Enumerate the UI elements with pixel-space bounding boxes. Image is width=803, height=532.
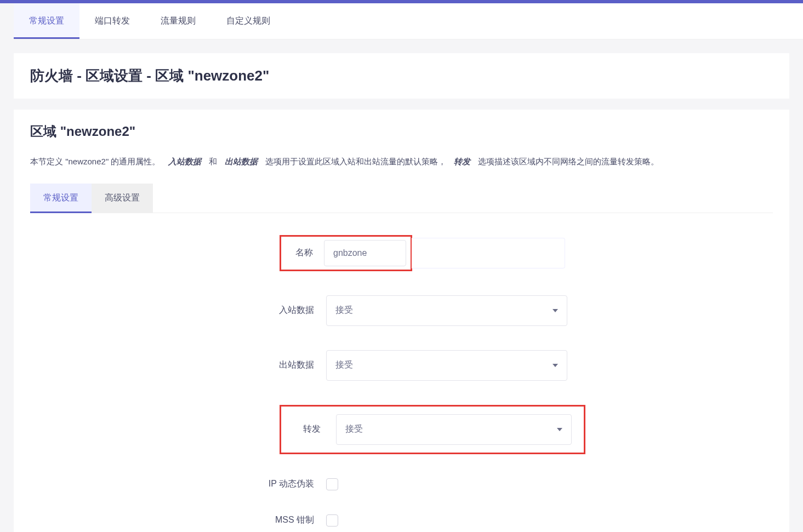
tab-traffic-rules[interactable]: 流量规则: [145, 3, 211, 39]
zone-title: 区域 "newzone2": [30, 123, 773, 140]
desc-emph-forward: 转发: [454, 157, 470, 166]
name-input[interactable]: [333, 248, 397, 258]
desc-emph-outbound: 出站数据: [225, 157, 258, 166]
select-inbound-value: 接受: [335, 305, 353, 316]
label-masquerade: IP 动态伪装: [30, 478, 326, 490]
label-name: 名称: [286, 247, 316, 259]
chevron-down-icon: [553, 309, 558, 312]
page-title: 防火墙 - 区域设置 - 区域 "newzone2": [30, 66, 773, 85]
select-forward[interactable]: 接受: [336, 414, 572, 445]
zone-settings-card: 区域 "newzone2" 本节定义 "newzone2" 的通用属性。 入站数…: [14, 110, 789, 532]
inner-tab-general[interactable]: 常规设置: [30, 184, 92, 213]
label-mss: MSS 钳制: [30, 514, 326, 526]
chevron-down-icon: [557, 428, 562, 431]
select-inbound[interactable]: 接受: [326, 295, 567, 326]
label-forward: 转发: [293, 424, 324, 435]
tab-port-forward[interactable]: 端口转发: [79, 3, 145, 39]
checkbox-mss[interactable]: [326, 514, 338, 527]
desc-part1: 本节定义 "newzone2" 的通用属性。: [30, 157, 160, 166]
desc-part2: 选项用于设置此区域入站和出站流量的默认策略，: [265, 157, 446, 166]
zone-description: 本节定义 "newzone2" 的通用属性。 入站数据 和 出站数据 选项用于设…: [30, 156, 773, 168]
row-masquerade: IP 动态伪装: [30, 478, 773, 490]
row-name: 名称: [30, 235, 773, 271]
inner-tab-advanced[interactable]: 高级设置: [92, 184, 153, 213]
row-outbound: 出站数据 接受: [30, 350, 773, 381]
desc-and: 和: [209, 157, 217, 166]
highlight-forward: 转发 接受: [280, 405, 585, 454]
tab-general[interactable]: 常规设置: [14, 3, 79, 39]
select-outbound[interactable]: 接受: [326, 350, 567, 381]
desc-part3: 选项描述该区域内不同网络之间的流量转发策略。: [478, 157, 659, 166]
chevron-down-icon: [553, 364, 558, 367]
name-input-extension: [412, 238, 565, 268]
row-mss: MSS 钳制: [30, 514, 773, 527]
select-outbound-value: 接受: [335, 359, 353, 371]
highlight-name: 名称: [280, 235, 412, 271]
label-outbound: 出站数据: [30, 359, 326, 371]
main-tab-bar: 常规设置 端口转发 流量规则 自定义规则: [14, 3, 803, 39]
row-inbound: 入站数据 接受: [30, 295, 773, 326]
desc-emph-inbound: 入站数据: [168, 157, 201, 166]
zone-form: 名称 入站数据 接受 出站数据: [30, 230, 773, 527]
inner-tab-bar: 常规设置 高级设置: [30, 184, 773, 213]
checkbox-masquerade[interactable]: [326, 478, 338, 490]
select-forward-value: 接受: [345, 424, 363, 435]
row-forward: 转发 接受: [30, 405, 773, 454]
name-input-wrapper: [324, 240, 406, 266]
page-title-card: 防火墙 - 区域设置 - 区域 "newzone2": [14, 53, 789, 99]
label-inbound: 入站数据: [30, 305, 326, 316]
tab-custom-rules[interactable]: 自定义规则: [211, 3, 286, 39]
